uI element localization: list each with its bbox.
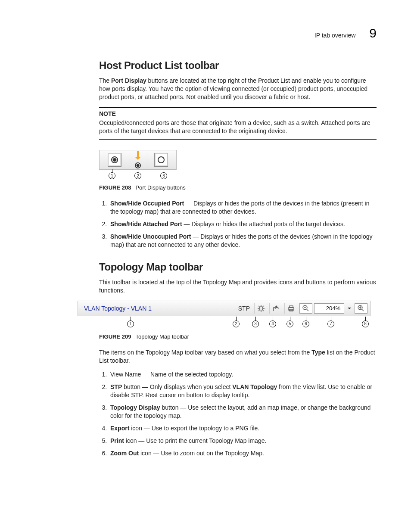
fig209-title: Topology Map toolbar <box>135 333 189 340</box>
section2-list: View Name — Name of the selected topolog… <box>99 370 377 457</box>
callout-2: 2 <box>233 320 240 327</box>
stp-button[interactable]: STP <box>236 305 252 312</box>
port-display-toolbar <box>99 150 177 170</box>
svg-rect-10 <box>290 306 293 308</box>
list-item: Show/Hide Attached Port — Displays or hi… <box>109 220 377 228</box>
item-bold: Show/Hide Occupied Port <box>110 200 184 207</box>
note-rule-top <box>99 107 377 108</box>
text: The items on the Topology Map toolbar va… <box>99 349 311 356</box>
figure-209-caption: FIGURE 209Topology Map toolbar <box>99 333 377 340</box>
figure-208: 1 2 3 <box>99 150 177 179</box>
gear-icon <box>257 305 265 312</box>
callout-3: 3 <box>160 172 167 179</box>
section1-list: Show/Hide Occupied Port — Displays or hi… <box>99 199 377 249</box>
item-bold: Print <box>110 437 124 444</box>
note-rule-bottom <box>99 139 377 140</box>
show-hide-occupied-port-button[interactable] <box>108 153 121 167</box>
zoom-out-icon <box>302 305 310 312</box>
show-hide-unoccupied-port-button[interactable] <box>154 153 168 167</box>
item-bold: Export <box>110 425 129 432</box>
port-display-bold: Port Display <box>111 77 146 84</box>
callout-4: 4 <box>269 320 276 327</box>
arrow-down-icon <box>137 151 139 157</box>
list-item: Show/Hide Unoccupied Port — Displays or … <box>109 233 377 249</box>
show-hide-attached-port-button[interactable] <box>135 151 141 168</box>
fig209-number: FIGURE 209 <box>99 333 131 340</box>
topology-display-button[interactable] <box>254 303 268 314</box>
svg-line-16 <box>362 309 364 311</box>
item-bold: Show/Hide Unoccupied Port <box>110 233 191 240</box>
svg-line-6 <box>263 310 264 311</box>
item-rest: — Displays or hides the attached ports o… <box>182 221 345 227</box>
zoom-dropdown-button[interactable] <box>346 304 353 313</box>
section2-title: Topology Map toolbar <box>99 261 377 273</box>
item-rest: button — Only displays when you select <box>122 383 232 390</box>
callout-1: 1 <box>127 320 134 327</box>
callout-8: 8 <box>362 320 369 327</box>
list-item: Zoom Out icon — Use to zoom out on the T… <box>109 449 377 457</box>
print-button[interactable] <box>284 303 298 314</box>
svg-line-8 <box>258 310 260 311</box>
zoom-out-button[interactable] <box>299 303 312 314</box>
callout-3: 3 <box>252 320 259 327</box>
document-page: IP tab overview 9 Host Product List tool… <box>0 0 411 532</box>
callout-5: 5 <box>286 320 293 327</box>
note-label: NOTE <box>99 110 377 117</box>
attached-port-icon <box>135 162 141 168</box>
section2-intro: This toolbar is located at the top of th… <box>99 278 377 295</box>
item-bold: STP <box>110 383 122 390</box>
list-item: Show/Hide Occupied Port — Displays or hi… <box>109 199 377 216</box>
list-item: Print icon — Use to print the current To… <box>109 437 377 445</box>
svg-line-5 <box>258 306 260 307</box>
list-item: Topology Display button — Use select the… <box>109 404 377 420</box>
fig208-number: FIGURE 208 <box>99 184 131 191</box>
item-rest: icon — Use to export the topology to a P… <box>129 425 259 432</box>
callout-6: 6 <box>302 320 309 327</box>
unoccupied-port-icon <box>158 156 165 163</box>
topology-map-toolbar: VLAN Topology - VLAN 1 STP 204% <box>78 301 371 316</box>
fig208-title: Port Display buttons <box>135 184 185 191</box>
svg-point-0 <box>259 307 263 310</box>
callout-1: 1 <box>109 172 115 179</box>
print-icon <box>287 305 295 312</box>
figure-209: VLAN Topology - VLAN 1 STP 204% <box>78 301 371 328</box>
zoom-value-field[interactable]: 204% <box>314 303 344 314</box>
occupied-port-icon <box>111 156 118 163</box>
section2-para: The items on the Topology Map toolbar va… <box>99 348 377 365</box>
zoom-in-icon <box>357 305 365 312</box>
list-item: Export icon — Use to export the topology… <box>109 424 377 432</box>
header-chapter-number: 9 <box>369 26 377 40</box>
item-rest: icon — Use to print the current Topology… <box>124 437 266 444</box>
item-text: View Name — Name of the selected topolog… <box>110 371 233 378</box>
item-bold2: VLAN Topology <box>232 383 277 390</box>
svg-line-7 <box>263 306 264 307</box>
section1-title: Host Product List toolbar <box>99 59 377 72</box>
note-body: Occupied/connected ports are those that … <box>99 119 377 135</box>
item-bold: Zoom Out <box>110 450 139 457</box>
section1-intro: The Port Display buttons are located at … <box>99 77 377 101</box>
list-item: View Name — Name of the selected topolog… <box>109 370 377 379</box>
type-bold: Type <box>311 349 325 356</box>
export-button[interactable] <box>269 303 283 314</box>
item-bold: Show/Hide Attached Port <box>110 221 182 227</box>
list-item: STP button — Only displays when you sele… <box>109 383 377 399</box>
view-name-label: VLAN Topology - VLAN 1 <box>81 305 155 312</box>
header-section-label: IP tab overview <box>314 32 355 39</box>
item-rest: icon — Use to zoom out on the Topology M… <box>139 450 264 457</box>
item-bold: Topology Display <box>110 404 160 411</box>
text: The <box>99 77 111 84</box>
figure-208-caption: FIGURE 208Port Display buttons <box>99 184 377 191</box>
callout-2: 2 <box>134 172 141 179</box>
zoom-in-button[interactable] <box>355 303 367 314</box>
callout-7: 7 <box>327 320 334 327</box>
svg-line-13 <box>307 309 308 311</box>
export-icon <box>272 305 280 312</box>
page-header: IP tab overview 9 <box>99 26 377 40</box>
